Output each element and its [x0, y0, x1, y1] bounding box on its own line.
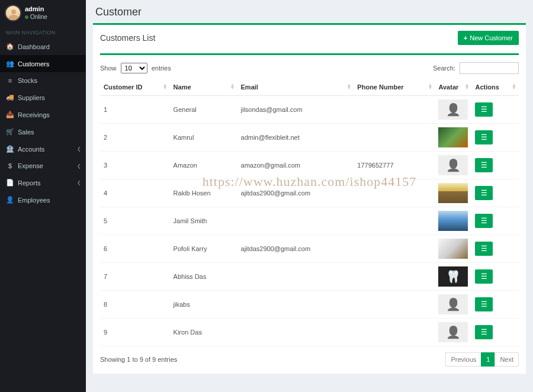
sidebar-item-label: Sales — [18, 128, 34, 136]
row-action-button[interactable]: ☰ — [475, 325, 493, 339]
cell-phone — [354, 319, 435, 346]
chevron-left-icon: ❮ — [77, 146, 81, 152]
new-customer-button[interactable]: + New Customer — [458, 31, 519, 45]
new-customer-label: New Customer — [470, 34, 513, 41]
cell-id: 4 — [100, 179, 170, 207]
nav: 🏠Dashboard👥Customers≡Stocks🚚Suppliers📥Re… — [0, 38, 86, 208]
user-name: admin — [25, 5, 47, 13]
box-header: Customers List + New Customer — [93, 25, 526, 51]
avatar-thumbnail — [438, 294, 468, 314]
action-icon: ☰ — [481, 105, 487, 114]
cell-phone — [354, 291, 435, 319]
cell-actions: ☰ — [471, 152, 519, 179]
sidebar-item-stocks[interactable]: ≡Stocks — [0, 72, 86, 89]
action-icon: ☰ — [481, 328, 487, 336]
cell-email: amazon@gmail.com — [237, 152, 354, 179]
cell-phone — [354, 124, 435, 152]
sidebar-item-customers[interactable]: 👥Customers — [0, 55, 86, 72]
cell-name: Rakib Hosen — [170, 179, 237, 207]
sidebar-item-label: Stocks — [18, 77, 37, 84]
action-icon: ☰ — [481, 217, 487, 225]
datatable-bottom: Showing 1 to 9 of 9 entries Previous1Nex… — [100, 352, 519, 367]
pager-next[interactable]: Next — [495, 352, 519, 367]
plus-icon: + — [464, 34, 467, 41]
cell-phone — [354, 207, 435, 235]
sidebar-item-suppliers[interactable]: 🚚Suppliers — [0, 89, 86, 106]
sort-icon: ▲▼ — [465, 84, 470, 90]
sidebar-item-receivings[interactable]: 📥Receivings — [0, 106, 86, 123]
action-icon: ☰ — [481, 133, 487, 142]
box-title: Customers List — [100, 33, 155, 43]
table-row: 4Rakib Hosenajitdas2900@gmail.com☰ — [100, 179, 519, 207]
pager-page-1[interactable]: 1 — [481, 352, 495, 367]
cell-name: Abhiss Das — [170, 263, 237, 291]
row-action-button[interactable]: ☰ — [475, 130, 493, 144]
cell-name: jikabs — [170, 291, 237, 319]
reports-icon: 📄 — [6, 179, 14, 187]
row-action-button[interactable]: ☰ — [475, 269, 493, 284]
row-action-button[interactable]: ☰ — [475, 186, 493, 200]
table-row: 1Generaljilsondas@gmail.com☰ — [100, 96, 519, 124]
table-row: 8jikabs☰ — [100, 291, 519, 319]
page-title: Customer — [93, 0, 526, 23]
customers-table: Customer ID▲▼Name▲▼Email▲▼Phone Number▲▼… — [100, 79, 519, 346]
action-icon: ☰ — [481, 272, 487, 281]
column-header[interactable]: Avatar▲▼ — [435, 79, 471, 96]
sidebar-item-label: Customers — [18, 60, 49, 68]
table-row: 7Abhiss Das☰ — [100, 263, 519, 291]
cell-actions: ☰ — [471, 263, 519, 291]
search-input[interactable] — [460, 62, 519, 74]
sidebar-item-employees[interactable]: 👤Employees — [0, 191, 86, 208]
row-action-button[interactable]: ☰ — [475, 158, 493, 172]
sidebar-item-dashboard[interactable]: 🏠Dashboard — [0, 38, 86, 55]
row-action-button[interactable]: ☰ — [475, 297, 493, 311]
table-row: 5Jamil Smith☰ — [100, 207, 519, 235]
dashboard-icon: 🏠 — [6, 43, 14, 50]
cell-id: 7 — [100, 263, 170, 291]
column-header[interactable]: Email▲▼ — [237, 79, 354, 96]
cell-email — [237, 291, 354, 319]
row-action-button[interactable]: ☰ — [475, 242, 493, 256]
cell-name: Amazon — [170, 152, 237, 179]
sidebar-item-sales[interactable]: 🛒Sales — [0, 123, 86, 140]
column-header[interactable]: Name▲▼ — [170, 79, 237, 96]
avatar[interactable] — [5, 5, 21, 21]
user-panel: admin Online — [0, 0, 86, 25]
action-icon: ☰ — [481, 300, 487, 309]
chevron-left-icon: ❮ — [77, 163, 81, 169]
accounts-icon: 🏦 — [6, 145, 14, 153]
avatar-thumbnail — [438, 239, 468, 259]
sidebar-item-label: Employees — [18, 197, 50, 204]
cell-avatar — [435, 263, 471, 291]
table-row: 6Pofoli Karryajitdas2900@gmail.com☰ — [100, 235, 519, 263]
cell-id: 6 — [100, 235, 170, 263]
cell-id: 2 — [100, 124, 170, 152]
cell-avatar — [435, 207, 471, 235]
avatar-thumbnail — [438, 211, 468, 231]
avatar-thumbnail — [438, 183, 468, 203]
length-control: Show 102550100 entries — [100, 63, 171, 73]
box-body: Show 102550100 entries Search: Customer … — [93, 51, 526, 374]
sidebar-item-accounts[interactable]: 🏦Accounts❮ — [0, 140, 86, 158]
length-select[interactable]: 102550100 — [121, 63, 147, 73]
sidebar-item-reports[interactable]: 📄Reports❮ — [0, 174, 86, 191]
expense-icon: $ — [6, 162, 14, 169]
cell-email: jilsondas@gmail.com — [237, 96, 354, 124]
cell-name: General — [170, 96, 237, 124]
customers-box: Customers List + New Customer Show 10255… — [93, 23, 526, 374]
row-action-button[interactable]: ☰ — [475, 102, 493, 117]
column-header[interactable]: Phone Number▲▼ — [354, 79, 435, 96]
column-header[interactable]: Customer ID▲▼ — [100, 79, 170, 96]
cell-email — [237, 319, 354, 346]
pager-previous[interactable]: Previous — [445, 352, 481, 367]
sort-icon: ▲▼ — [346, 84, 351, 90]
cell-id: 3 — [100, 152, 170, 179]
avatar-thumbnail — [438, 127, 468, 147]
length-prefix: Show — [100, 65, 117, 72]
sidebar-item-expense[interactable]: $Expense❮ — [0, 158, 86, 174]
cell-name: Pofoli Karry — [170, 235, 237, 263]
cell-phone — [354, 96, 435, 124]
column-header[interactable]: Actions▲▼ — [471, 79, 519, 96]
row-action-button[interactable]: ☰ — [475, 214, 493, 228]
datatable-top: Show 102550100 entries Search: — [100, 62, 519, 74]
